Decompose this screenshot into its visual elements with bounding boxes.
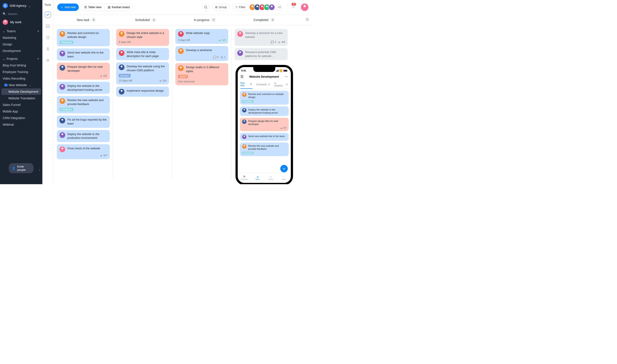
phone-tab-in-progress[interactable]: In progress3 (274, 82, 288, 89)
phone-task-card[interactable]: Review and comment on website designFeed… (240, 91, 289, 104)
teams-header[interactable]: ⌄Teams ＋ (0, 26, 42, 34)
task-title: Review and comment on website design (67, 31, 107, 39)
column-header-completed: Completed3 (235, 14, 294, 25)
task-title: Implement responsive design (127, 89, 166, 93)
notes-tool-icon[interactable] (45, 34, 51, 40)
phone-tab-more[interactable]: ⋯More (278, 173, 291, 183)
project-employee-training[interactable]: Employee Training (0, 69, 42, 75)
search-placeholder: Search... (8, 12, 19, 15)
menu-icon[interactable]: ☰ (240, 75, 243, 79)
collapse-sidebar-button[interactable]: › (39, 168, 40, 172)
phone-tab-tasks[interactable]: ▥Tasks (251, 173, 264, 183)
settings-tool-icon[interactable] (45, 57, 51, 63)
avatar (119, 50, 124, 56)
search-button[interactable] (202, 3, 210, 11)
avatar (242, 135, 247, 139)
task-card[interactable]: Write website copy3 days left 1/3 (175, 29, 228, 44)
phone-task-card[interactable]: Deploy the website to the development ho… (240, 106, 289, 116)
avatar (242, 144, 247, 149)
task-card[interactable]: Fix all the bugs reported by the team (57, 116, 110, 128)
attachment-count: 📎 1 (220, 56, 226, 59)
notifications-button[interactable]: 32 (288, 4, 295, 11)
task-card[interactable]: Deploy the website to the development ho… (57, 82, 110, 94)
project-sales-funnel[interactable]: Sales Funnel (0, 102, 42, 108)
phone-task-card[interactable]: Prepare design files for web developer 0… (240, 118, 289, 131)
avatar (59, 132, 65, 138)
phone-tab-scheduled[interactable]: Scheduled4 (256, 82, 270, 89)
search-icon: 🔍 (3, 12, 6, 15)
avatar (242, 108, 247, 113)
checklist-count: 0/4 (159, 79, 166, 82)
member-avatars[interactable] (251, 4, 275, 11)
projects-header[interactable]: ⌄Projects ＋ (0, 54, 42, 62)
team-marketing[interactable]: Marketing (0, 34, 42, 41)
task-card[interactable]: Design drafts in 3 different stylesASAPD… (175, 63, 228, 85)
workspace-switcher[interactable]: G GIM Agency ⌄ (0, 0, 42, 11)
avatar (268, 4, 275, 11)
project-website-translation[interactable]: Website Translation (1, 95, 41, 102)
avatar (242, 119, 247, 124)
add-new-button[interactable]: ＋ Add new (57, 3, 79, 11)
current-user-avatar[interactable] (301, 3, 308, 11)
task-title: Final check of the website (67, 146, 107, 150)
svg-point-3 (47, 48, 49, 49)
checklist-count: 0/2 (242, 127, 287, 129)
tasks-tool-icon[interactable] (45, 12, 51, 18)
column-in-progress: Write website copy3 days left 1/3Develop… (175, 29, 232, 181)
task-card[interactable]: Develop a wireframe💬 3📎 1 (175, 46, 228, 61)
plus-icon[interactable]: ＋ (37, 57, 40, 61)
team-development[interactable]: Development (0, 48, 42, 54)
calendar-tool-icon[interactable]: 31 (45, 23, 51, 29)
phone-task-card[interactable]: Review the new website and provide feedb… (240, 143, 289, 156)
wifi-icon: 📶 (279, 69, 283, 72)
checklist-count: 0/7 (100, 154, 107, 157)
task-card[interactable]: Deploy the website to the production env… (57, 130, 110, 142)
task-tag: blocked (119, 74, 131, 78)
project-crm-integration[interactable]: CRM Integration (0, 115, 42, 121)
board-settings-icon[interactable] (305, 18, 309, 22)
project-webinar[interactable]: Webinar (0, 121, 42, 128)
project-video-recording[interactable]: Video Recording (0, 75, 42, 82)
team-design[interactable]: Design (0, 41, 42, 48)
task-card[interactable]: Prepare design files for web developer 0… (57, 63, 110, 80)
task-card[interactable]: Final check of the website 0/7 (57, 144, 110, 159)
filter-button[interactable]: ▽Filter (232, 3, 249, 11)
avatar (178, 31, 184, 37)
task-card[interactable]: Design the entire website in a chosen st… (116, 29, 169, 46)
project-folder-new-website[interactable]: New Website ⌄ (0, 82, 42, 88)
chevron-down-icon: ⌄ (29, 83, 32, 87)
plus-icon[interactable]: ＋ (37, 29, 40, 33)
task-card[interactable]: Send new website link to the team (57, 49, 110, 61)
task-card[interactable]: Develop the website using the chosen CMS… (116, 62, 169, 84)
more-avatars[interactable]: +3 (276, 4, 283, 11)
task-card[interactable]: Review and comment on website designFeed… (57, 29, 110, 46)
project-blog-post[interactable]: Blog Post Writing (0, 62, 42, 69)
task-card[interactable]: Write meta title & meta description for … (116, 48, 169, 60)
phone-task-card[interactable]: Send new website link to the team (240, 133, 289, 141)
project-website-development[interactable]: Website Development (1, 88, 41, 95)
filter-icon: ▽ (235, 5, 238, 9)
task-card[interactable]: Review the new website and provide feedb… (57, 96, 110, 113)
task-card[interactable]: Develop a structure for a new website💬 2… (235, 29, 288, 46)
task-title: Review the new website and provide feedb… (67, 98, 107, 106)
task-card[interactable]: Implement responsive design (116, 87, 169, 97)
phone-tab-schedule[interactable]: 📅Schedule (238, 173, 251, 183)
people-tool-icon[interactable] (45, 46, 51, 52)
phone-tab-new-task[interactable]: New task8 (240, 82, 252, 89)
my-work-link[interactable]: My work (0, 18, 42, 26)
calendar-icon: 📅 (243, 176, 245, 178)
project-mobile-app[interactable]: Mobile App (0, 108, 42, 115)
kanban-view-button[interactable]: ▥Kanban board (105, 4, 133, 11)
table-view-button[interactable]: ☰Table view (81, 4, 105, 11)
invite-people-button[interactable]: 👤 Invite people (9, 163, 34, 173)
avatar (178, 48, 184, 54)
avatar (59, 146, 65, 152)
task-card[interactable]: Research potential CMS platforms for web… (235, 48, 288, 60)
svg-rect-2 (47, 36, 49, 39)
more-icon[interactable]: ⋯ (285, 75, 288, 79)
group-button[interactable]: ⊞Group (212, 3, 230, 11)
search-input[interactable]: 🔍 Search... (0, 11, 42, 18)
phone-add-button[interactable]: ＋ (280, 165, 288, 172)
phone-tab-notes[interactable]: 📄Notes (264, 173, 278, 183)
svg-point-8 (307, 19, 308, 20)
